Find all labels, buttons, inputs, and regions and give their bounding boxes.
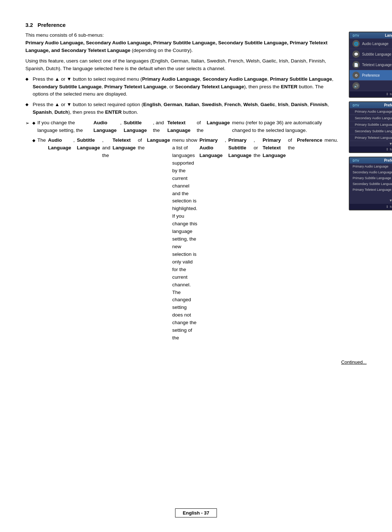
extra-icon: 🔊 bbox=[352, 82, 360, 89]
screen3-title: Preference bbox=[384, 158, 392, 162]
move-label-1: ⇕ Move bbox=[386, 92, 392, 96]
using-feature-text: Using this feature, users can select one… bbox=[25, 57, 338, 73]
pref-label-2: Secondary Audio Language bbox=[355, 116, 392, 120]
menu-item-subtitle: 💬 Subtitle Language bbox=[350, 49, 392, 60]
section-title: Preference bbox=[37, 22, 66, 28]
text-column: This menu consists of 6 sub-menus: Prima… bbox=[25, 32, 338, 345]
arrow-symbol: ➢ bbox=[25, 120, 29, 342]
screen3-labels: Primary Audio Language Secondary Audio L… bbox=[350, 164, 392, 198]
page-container: 3.2 Preference This menu consists of 6 s… bbox=[0, 0, 392, 387]
ui-column: DTV Language 🌐 Audio Language 💬 Subtitle… bbox=[349, 32, 392, 210]
audio-icon: 🌐 bbox=[352, 40, 360, 47]
page-number-box: English - 37 bbox=[175, 508, 217, 517]
continued-text: Continued... bbox=[25, 359, 367, 365]
s3-label-2: Secondary Audio Language bbox=[350, 169, 392, 175]
down-arrow-2: ▼ bbox=[350, 141, 392, 146]
tv-screen1-footer: ⇕ Move ↵ Enter ↩ Return bbox=[350, 91, 392, 97]
pref-item-4: Secondary Subtitle Language : English ▶ bbox=[350, 128, 392, 134]
tv-screen-2: DTV Preference Primary Audio Language : … bbox=[349, 101, 392, 153]
s3-label-3: Primary Subtitle Language bbox=[350, 175, 392, 181]
pref-label-4: Secondary Subtitle Language bbox=[355, 129, 392, 133]
tv-screen3-footer: ⇕ Move ↵ Enter ↩ Return bbox=[350, 204, 392, 210]
tv-screen3-header: DTV Preference bbox=[350, 157, 392, 164]
s3-label-5: Primary Teletext Language bbox=[350, 187, 392, 193]
move-label-2: ⇕ Move bbox=[386, 148, 392, 151]
s3-label-4: Secondary Subtitle Language bbox=[350, 181, 392, 187]
tv-screen1-body: 🌐 Audio Language 💬 Subtitle Language 📄 T… bbox=[350, 39, 392, 91]
pref-label-3: Primary Subtitle Language bbox=[355, 122, 392, 126]
screen2-title: Preference bbox=[384, 103, 392, 107]
tv-screen-1: DTV Language 🌐 Audio Language 💬 Subtitle… bbox=[349, 32, 392, 98]
tv-screen1-header: DTV Language bbox=[350, 32, 392, 39]
tv-screen-3: DTV Preference Primary Audio Language Se… bbox=[349, 157, 392, 210]
tv-screen3-body: Primary Audio Language Secondary Audio L… bbox=[350, 164, 392, 204]
bullet-item-2: Press the ▲ or ▼ button to select requir… bbox=[25, 101, 338, 116]
arrow-inner: If you change the language setting, the … bbox=[32, 119, 338, 342]
preference-label: Preference bbox=[362, 73, 392, 77]
pref-item-1: Primary Audio Language : English ▶ bbox=[350, 108, 392, 115]
screen3-layout: Primary Audio Language Secondary Audio L… bbox=[350, 164, 392, 198]
section-header: 3.2 Preference bbox=[25, 22, 367, 28]
menu-item-extra: 🔊 bbox=[350, 81, 392, 91]
move-label-3: ⇕ Move bbox=[386, 205, 392, 209]
menu-item-preference: ⚙ Preference ▶ bbox=[350, 70, 392, 81]
dtv-label-3: DTV bbox=[352, 159, 359, 162]
teletext-icon: 📄 bbox=[352, 61, 360, 68]
teletext-lang-label: Teletext Language bbox=[362, 63, 392, 67]
pref-item-3: Primary Subtitle Language : English ▶ bbox=[350, 121, 392, 128]
section-number: 3.2 bbox=[25, 22, 33, 28]
dtv-label-2: DTV bbox=[352, 104, 359, 107]
pref-label-5: Primary Teletext Language bbox=[355, 136, 392, 140]
sub-bullet-1: If you change the language setting, the … bbox=[32, 119, 338, 134]
s3-label-1: Primary Audio Language bbox=[350, 164, 392, 169]
bullet-item-1: Press the ▲ or ▼ button to select requir… bbox=[25, 76, 338, 98]
tv-screen2-header: DTV Preference bbox=[350, 102, 392, 108]
menu-item-audio: 🌐 Audio Language bbox=[350, 39, 392, 49]
down-arrow-3: ▼ bbox=[350, 198, 392, 203]
content-area: This menu consists of 6 sub-menus: Prima… bbox=[25, 32, 367, 345]
bullet-list: Press the ▲ or ▼ button to select requir… bbox=[25, 76, 338, 117]
menu-item-teletext: 📄 Teletext Language bbox=[350, 60, 392, 70]
pref-item-2: Secondary Audio Language : English ▶ bbox=[350, 115, 392, 121]
subtitle-lang-label: Subtitle Language bbox=[362, 52, 392, 56]
dtv-label-1: DTV bbox=[352, 34, 359, 37]
tv-screen2-footer: ⇕ Move ↵ Enter ↩ Return bbox=[350, 146, 392, 152]
audio-lang-label: Audio Language bbox=[362, 42, 392, 46]
screen1-title: Language bbox=[385, 33, 392, 37]
subtitle-icon: 💬 bbox=[352, 51, 360, 58]
pref-label-1: Primary Audio Language bbox=[355, 109, 392, 113]
tv-screen2-body: Primary Audio Language : English ▶ Secon… bbox=[350, 108, 392, 146]
pref-item-5: Primary Teletext Language : English ▶ bbox=[350, 134, 392, 141]
intro-suffix: (depending on the Country). bbox=[130, 48, 193, 53]
intro-text: This menu consists of 6 sub-menus: Prima… bbox=[25, 32, 338, 55]
sub-bullet-2: The Audio Language, Subtitle Language, a… bbox=[32, 137, 338, 342]
pref-icon: ⚙ bbox=[352, 72, 360, 79]
arrow-section: ➢ If you change the language setting, th… bbox=[25, 119, 338, 342]
